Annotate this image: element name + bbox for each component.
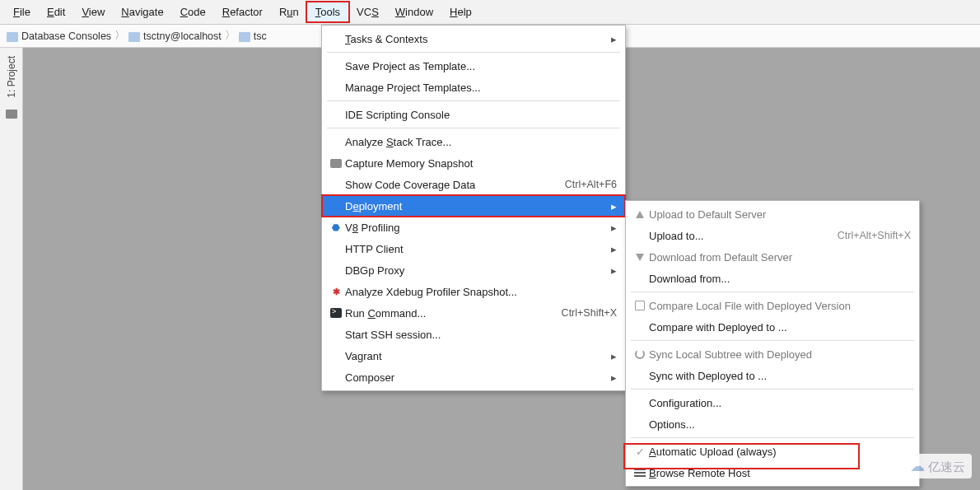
- menuitem-configuration[interactable]: Configuration...: [626, 392, 919, 413]
- menu-separator: [631, 389, 914, 390]
- crumb-3[interactable]: tsc: [254, 30, 267, 42]
- menu-code[interactable]: Code: [172, 2, 214, 21]
- terminal-icon: [330, 308, 342, 318]
- menuitem-composer[interactable]: Composer▸: [322, 366, 625, 388]
- menu-separator: [327, 100, 620, 101]
- chevron-right-icon: ▸: [611, 264, 617, 277]
- chevron-right-icon: ▸: [611, 350, 617, 362]
- watermark: ☁ 亿速云: [903, 454, 972, 478]
- menu-run[interactable]: Run: [271, 2, 307, 21]
- menuitem-xdebug[interactable]: ✱Analyze Xdebug Profiler Snapshot...: [322, 281, 625, 302]
- menuitem-upload-to[interactable]: Upload to...Ctrl+Alt+Shift+X: [626, 225, 919, 246]
- folder-icon: [128, 32, 140, 42]
- list-icon: [634, 469, 646, 477]
- menuitem-stack-trace[interactable]: Analyze Stack Trace...: [322, 131, 625, 152]
- menuitem-auto-upload[interactable]: ✓Automatic Upload (always): [626, 441, 919, 462]
- chevron-right-icon: ▸: [611, 33, 617, 45]
- menuitem-run-command[interactable]: Run Command...Ctrl+Shift+X: [322, 302, 625, 324]
- menuitem-ssh[interactable]: Start SSH session...: [322, 324, 625, 345]
- menuitem-http[interactable]: HTTP Client▸: [322, 238, 625, 259]
- menuitem-v8[interactable]: ⬣V8 Profiling▸: [322, 217, 625, 238]
- menuitem-manage-templates[interactable]: Manage Project Templates...: [322, 77, 625, 98]
- check-icon: ✓: [631, 446, 649, 458]
- menuitem-upload-default[interactable]: Upload to Default Server: [626, 203, 919, 225]
- menuitem-dbgp[interactable]: DBGp Proxy▸: [322, 259, 625, 281]
- menu-view[interactable]: View: [73, 2, 113, 21]
- xdebug-icon: ✱: [333, 287, 340, 297]
- project-tool-label: 1: Project: [6, 56, 17, 98]
- menuitem-download-default[interactable]: Download from Default Server: [626, 246, 919, 268]
- menu-refactor[interactable]: Refactor: [214, 2, 271, 21]
- menu-edit[interactable]: Edit: [39, 2, 73, 21]
- menu-separator: [631, 437, 914, 438]
- camera-icon: [330, 159, 342, 168]
- menuitem-compare-local[interactable]: Compare Local File with Deployed Version: [626, 295, 919, 316]
- menu-file[interactable]: File: [5, 2, 39, 21]
- v8-icon: ⬣: [332, 222, 340, 233]
- menu-separator: [631, 292, 914, 292]
- menuitem-memory-snapshot[interactable]: Capture Memory Snapshot: [322, 152, 625, 174]
- menu-help[interactable]: Help: [441, 2, 480, 21]
- deployment-submenu: Upload to Default Server Upload to...Ctr…: [625, 200, 920, 487]
- download-icon: [636, 254, 644, 261]
- folder-icon: [239, 32, 250, 42]
- chevron-right-icon: ▸: [611, 243, 617, 255]
- menu-navigate[interactable]: Navigate: [113, 2, 171, 21]
- menuitem-vagrant[interactable]: Vagrant▸: [322, 345, 625, 366]
- menuitem-ide-console[interactable]: IDE Scripting Console: [322, 104, 625, 125]
- menuitem-save-template[interactable]: Save Project as Template...: [322, 55, 625, 77]
- menu-separator: [327, 128, 620, 128]
- menu-separator: [327, 52, 620, 53]
- menuitem-compare-with[interactable]: Compare with Deployed to ...: [626, 316, 919, 338]
- folder-icon: [7, 32, 18, 42]
- menuitem-browse-remote[interactable]: Browse Remote Host: [626, 462, 919, 483]
- compare-icon: [635, 301, 645, 310]
- tools-menu-popup: Tasks & Contexts ▸ Save Project as Templ…: [321, 25, 626, 391]
- menuitem-sync-with[interactable]: Sync with Deployed to ...: [626, 365, 919, 386]
- menu-separator: [631, 340, 914, 341]
- menu-window[interactable]: Window: [387, 2, 441, 21]
- chevron-right-icon: 〉: [225, 29, 236, 43]
- menuitem-sync-local[interactable]: Sync Local Subtree with Deployed: [626, 343, 919, 365]
- sync-icon: [635, 349, 645, 359]
- menu-tools[interactable]: Tools: [307, 2, 348, 21]
- chevron-right-icon: ▸: [611, 200, 617, 212]
- crumb-1[interactable]: Database Consoles: [21, 30, 111, 42]
- menuitem-deployment[interactable]: Deployment▸: [322, 195, 625, 217]
- project-tool-tab[interactable]: 1: Project: [6, 56, 17, 98]
- folder-icon: [6, 110, 17, 119]
- menuitem-download-from[interactable]: Download from...: [626, 268, 919, 289]
- sidebar-left: 1: Project: [0, 48, 23, 490]
- menuitem-coverage[interactable]: Show Code Coverage DataCtrl+Alt+F6: [322, 174, 625, 195]
- chevron-right-icon: ▸: [611, 222, 617, 234]
- menuitem-tasks[interactable]: Tasks & Contexts ▸: [322, 28, 625, 49]
- chevron-right-icon: 〉: [114, 29, 125, 43]
- menu-vcs[interactable]: VCS: [348, 2, 387, 21]
- menubar: File Edit View Navigate Code Refactor Ru…: [0, 0, 980, 25]
- chevron-right-icon: ▸: [611, 371, 617, 384]
- crumb-2[interactable]: tsctny@localhost: [143, 30, 222, 42]
- upload-icon: [636, 211, 644, 218]
- menuitem-options[interactable]: Options...: [626, 413, 919, 435]
